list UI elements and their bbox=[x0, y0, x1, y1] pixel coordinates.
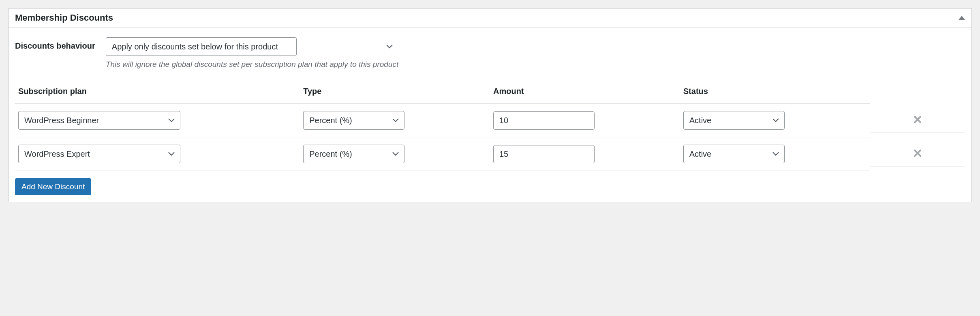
table-row bbox=[490, 104, 680, 137]
panel-title: Membership Discounts bbox=[15, 13, 113, 23]
type-select[interactable]: Percent (%) bbox=[303, 145, 404, 163]
plan-select[interactable]: WordPress Expert bbox=[18, 145, 180, 163]
th-amount: Amount bbox=[490, 87, 680, 104]
table-row: WordPress Expert bbox=[15, 137, 300, 171]
add-new-discount-button[interactable]: Add New Discount bbox=[15, 178, 91, 195]
table-row: WordPress Beginner bbox=[15, 104, 300, 137]
plan-select[interactable]: WordPress Beginner bbox=[18, 111, 180, 130]
discounts-behaviour-row: Discounts behaviour Apply only discounts… bbox=[15, 37, 965, 69]
table-row bbox=[490, 138, 680, 171]
amount-input[interactable] bbox=[493, 145, 595, 163]
collapse-up-icon[interactable] bbox=[959, 16, 965, 20]
status-select[interactable]: Active bbox=[683, 145, 785, 163]
th-status: Status bbox=[680, 87, 870, 104]
table-row bbox=[870, 108, 965, 133]
th-type: Type bbox=[300, 87, 490, 104]
discounts-behaviour-label: Discounts behaviour bbox=[15, 37, 95, 51]
chevron-down-icon bbox=[386, 45, 393, 49]
panel-header[interactable]: Membership Discounts bbox=[9, 9, 971, 28]
discounts-behaviour-help: This will ignore the global discounts se… bbox=[106, 60, 398, 69]
th-plan: Subscription plan bbox=[15, 87, 300, 104]
membership-discounts-panel: Membership Discounts Discounts behaviour… bbox=[8, 8, 972, 202]
discounts-behaviour-select-wrap: Apply only discounts set below for this … bbox=[106, 37, 398, 56]
table-row: Percent (%) bbox=[300, 137, 490, 171]
table-row: Active bbox=[680, 104, 870, 137]
remove-row-icon[interactable] bbox=[914, 115, 922, 124]
status-select[interactable]: Active bbox=[683, 111, 785, 130]
table-row: Percent (%) bbox=[300, 104, 490, 137]
table-row bbox=[870, 142, 965, 167]
remove-row-icon[interactable] bbox=[914, 149, 922, 157]
discounts-table: Subscription plan Type Amount Status Wor… bbox=[15, 87, 965, 171]
panel-body: Discounts behaviour Apply only discounts… bbox=[9, 28, 971, 202]
table-row: Active bbox=[680, 137, 870, 171]
th-actions bbox=[870, 92, 965, 99]
type-select[interactable]: Percent (%) bbox=[303, 111, 404, 130]
amount-input[interactable] bbox=[493, 111, 595, 130]
discounts-behaviour-select[interactable]: Apply only discounts set below for this … bbox=[106, 37, 297, 56]
